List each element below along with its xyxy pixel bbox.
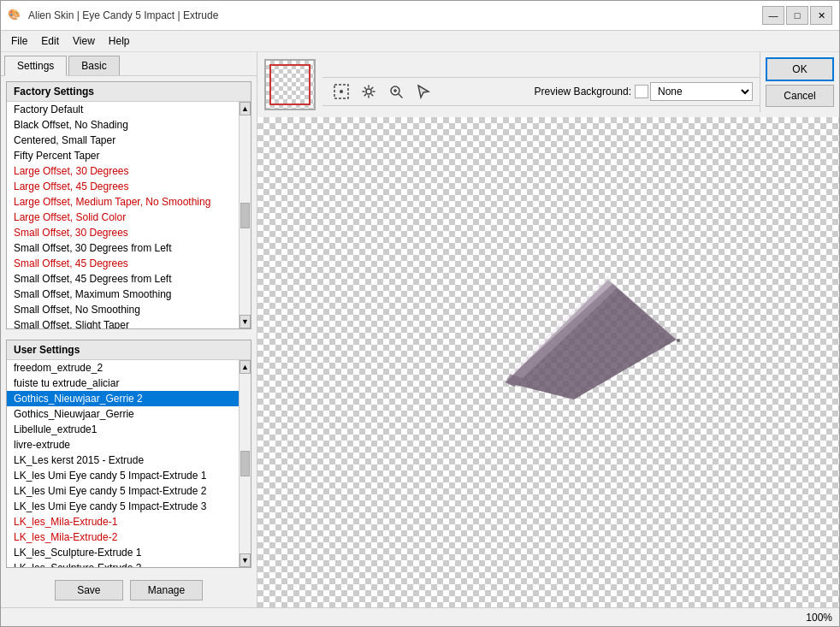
- factory-settings-item[interactable]: Large Offset, Solid Color: [7, 210, 239, 225]
- factory-settings-item[interactable]: Large Offset, 45 Degrees: [7, 179, 239, 194]
- factory-settings-header: Factory Settings: [7, 82, 251, 102]
- factory-settings-item[interactable]: Large Offset, 30 Degrees: [7, 163, 239, 179]
- user-settings-item[interactable]: LK_les Umi Eye candy 5 Impact-Extrude 1: [7, 468, 239, 483]
- tab-settings[interactable]: Settings: [4, 56, 67, 76]
- settings-area: Factory Settings Factory DefaultBlack Of…: [1, 76, 257, 607]
- user-settings-item[interactable]: LK_les_Sculpture-Extrude 2: [7, 560, 239, 567]
- thumbnail-inner: [269, 64, 311, 105]
- svg-point-14: [677, 339, 680, 342]
- bottom-buttons: Save Manage: [1, 573, 257, 607]
- title-bar-buttons: — □ ✕: [762, 6, 832, 25]
- factory-settings-item[interactable]: Small Offset, Slight Taper: [7, 317, 239, 328]
- factory-settings-item[interactable]: Small Offset, 30 Degrees from Left: [7, 240, 239, 256]
- minimize-button[interactable]: —: [762, 6, 784, 25]
- user-settings-item[interactable]: LK_les Umi Eye candy 5 Impact-Extrude 3: [7, 499, 239, 514]
- main-area: Settings Basic Factory Settings Factory …: [1, 52, 839, 607]
- zoom-level: 100%: [806, 612, 832, 624]
- cancel-button[interactable]: Cancel: [766, 85, 834, 107]
- svg-line-4: [399, 94, 402, 98]
- factory-settings-item[interactable]: Small Offset, 45 Degrees: [7, 256, 239, 271]
- app-icon: 🎨: [8, 9, 21, 22]
- main-window: 🎨 Alien Skin | Eye Candy 5 Impact | Extr…: [0, 0, 840, 627]
- factory-scroll-down[interactable]: ▼: [240, 315, 251, 328]
- save-button[interactable]: Save: [55, 580, 123, 600]
- right-panel: Preview Background: None White Black Che…: [257, 52, 839, 607]
- factory-settings-item[interactable]: Small Offset, Maximum Smoothing: [7, 287, 239, 302]
- factory-settings-item[interactable]: Small Offset, 30 Degrees: [7, 225, 239, 240]
- menu-edit[interactable]: Edit: [34, 33, 66, 50]
- factory-settings-section: Factory Settings Factory DefaultBlack Of…: [6, 81, 251, 329]
- factory-settings-item[interactable]: Small Offset, No Smoothing: [7, 302, 239, 317]
- preview-bg-select[interactable]: None White Black Checker: [650, 82, 753, 101]
- menu-bar: File Edit View Help: [1, 31, 839, 52]
- ok-button[interactable]: OK: [766, 57, 834, 81]
- preview-bg-label: Preview Background:: [535, 86, 631, 98]
- factory-settings-item[interactable]: Small Offset, 45 Degrees from Left: [7, 271, 239, 287]
- factory-settings-item[interactable]: Black Offset, No Shading: [7, 117, 239, 133]
- user-settings-list[interactable]: freedom_extrude_2fuiste tu extrude_alici…: [7, 360, 239, 567]
- menu-view[interactable]: View: [66, 33, 102, 50]
- zoom-tool-button[interactable]: [384, 81, 408, 102]
- title-bar-text: Alien Skin | Eye Candy 5 Impact | Extrud…: [28, 9, 755, 21]
- select-tool-button[interactable]: [411, 81, 435, 102]
- factory-settings-item[interactable]: Factory Default: [7, 102, 239, 117]
- user-settings-item[interactable]: LK_les_Sculpture-Extrude 1: [7, 545, 239, 560]
- tab-basic[interactable]: Basic: [68, 56, 119, 75]
- user-settings-section: User Settings freedom_extrude_2fuiste tu…: [6, 340, 251, 568]
- user-settings-item[interactable]: Libellule_extrude1: [7, 422, 239, 437]
- factory-settings-item[interactable]: Large Offset, Medium Taper, No Smoothing: [7, 194, 239, 210]
- menu-file[interactable]: File: [4, 33, 34, 50]
- user-settings-header: User Settings: [7, 340, 251, 360]
- user-settings-item[interactable]: LK_les_Mila-Extrude-2: [7, 529, 239, 545]
- pan-tool-button[interactable]: [357, 81, 381, 102]
- canvas-area[interactable]: [257, 117, 839, 607]
- ok-cancel-area: OK Cancel: [760, 52, 839, 112]
- toolbar-row: Preview Background: None White Black Che…: [322, 78, 760, 105]
- user-settings-item[interactable]: livre-extrude: [7, 437, 239, 453]
- shape-preview: [454, 228, 694, 417]
- user-settings-item[interactable]: Gothics_Nieuwjaar_Gerrie 2: [7, 391, 239, 406]
- factory-settings-item[interactable]: Centered, Small Taper: [7, 133, 239, 148]
- user-settings-item[interactable]: fuiste tu extrude_aliciar: [7, 376, 239, 391]
- user-settings-item[interactable]: Gothics_Nieuwjaar_Gerrie: [7, 406, 239, 422]
- user-scroll-up[interactable]: ▲: [240, 360, 251, 374]
- preview-bg-color-swatch: [635, 85, 648, 98]
- user-scroll-down[interactable]: ▼: [240, 553, 251, 567]
- marquee-tool-button[interactable]: [329, 81, 353, 102]
- maximize-button[interactable]: □: [786, 6, 808, 25]
- thumbnail-box: [264, 59, 316, 110]
- user-settings-item[interactable]: freedom_extrude_2: [7, 360, 239, 376]
- thumbnail-area: [257, 52, 322, 117]
- user-settings-item[interactable]: LK_Les kerst 2015 - Extrude: [7, 453, 239, 468]
- svg-point-1: [340, 90, 343, 93]
- user-settings-item[interactable]: LK_les Umi Eye candy 5 Impact-Extrude 2: [7, 483, 239, 499]
- status-bar: 100%: [1, 607, 839, 626]
- factory-settings-item[interactable]: Fifty Percent Taper: [7, 148, 239, 163]
- close-button[interactable]: ✕: [810, 6, 832, 25]
- title-bar: 🎨 Alien Skin | Eye Candy 5 Impact | Extr…: [1, 1, 839, 31]
- menu-help[interactable]: Help: [102, 33, 137, 50]
- user-settings-item[interactable]: LK_les_Mila-Extrude-1: [7, 514, 239, 529]
- svg-point-2: [366, 89, 371, 94]
- tabs: Settings Basic: [1, 52, 257, 76]
- factory-scroll-up[interactable]: ▲: [240, 102, 251, 115]
- left-panel: Settings Basic Factory Settings Factory …: [1, 52, 257, 607]
- manage-button[interactable]: Manage: [130, 580, 203, 600]
- header-row: Preview Background: None White Black Che…: [257, 52, 839, 117]
- factory-settings-list[interactable]: Factory DefaultBlack Offset, No ShadingC…: [7, 102, 239, 328]
